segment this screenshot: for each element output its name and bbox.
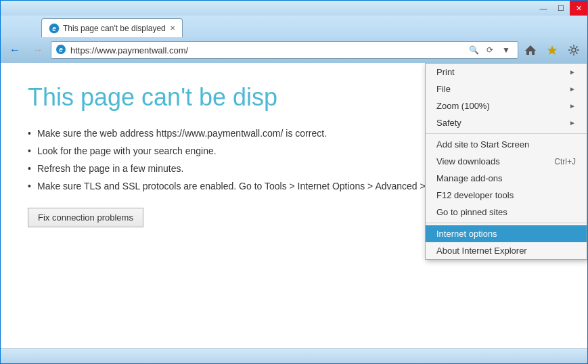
menu-item-safety-arrow: ► [569, 119, 576, 127]
minimize-button[interactable]: — [535, 1, 552, 16]
context-menu: Print ► File ► Zoom (100%) ► Safety ► Ad… [425, 63, 587, 260]
window-controls: — ☐ ✕ [535, 1, 587, 16]
menu-item-add-site[interactable]: Add site to Start Screen [426, 136, 587, 153]
tab-close-button[interactable]: ✕ [170, 24, 175, 32]
menu-item-manage-addons-label: Manage add-ons [436, 173, 576, 183]
menu-item-about-ie-label: About Internet Explorer [436, 246, 576, 256]
menu-item-file-arrow: ► [569, 85, 576, 93]
search-in-address-button[interactable]: 🔍 [466, 43, 481, 58]
browser-tab-active[interactable]: e This page can't be displayed ✕ [41, 18, 183, 37]
tools-button[interactable] [564, 41, 583, 60]
svg-marker-5 [547, 45, 557, 55]
menu-item-safety-label: Safety [436, 118, 569, 128]
tools-gear-icon [568, 44, 580, 56]
home-button[interactable] [521, 41, 540, 60]
menu-separator-2 [426, 223, 587, 223]
home-icon [524, 44, 537, 56]
svg-point-6 [572, 48, 576, 52]
fix-connection-button[interactable]: Fix connection problems [28, 208, 143, 227]
menu-item-print[interactable]: Print ► [426, 64, 587, 81]
ie-tab-icon: e [49, 23, 60, 34]
browser-window: — ☐ ✕ e This page can't be displayed ✕ ←… [0, 0, 588, 364]
menu-item-pinned-sites[interactable]: Go to pinned sites [426, 204, 587, 221]
address-bar-container: e https://www.paymentwall.com/ 🔍 ⟳ ▼ [51, 41, 518, 59]
ie-address-icon: e [55, 44, 66, 57]
close-button[interactable]: ✕ [570, 1, 587, 16]
menu-item-safety[interactable]: Safety ► [426, 114, 587, 131]
menu-item-print-arrow: ► [569, 68, 576, 76]
address-dropdown-button[interactable]: ▼ [499, 43, 514, 58]
menu-item-zoom[interactable]: Zoom (100%) ► [426, 97, 587, 114]
favorites-button[interactable] [543, 41, 562, 60]
svg-marker-4 [525, 45, 536, 55]
menu-item-file[interactable]: File ► [426, 81, 587, 97]
menu-item-pinned-sites-label: Go to pinned sites [436, 207, 576, 217]
forward-button[interactable]: → [28, 41, 48, 60]
status-bar [1, 348, 587, 363]
title-bar: — ☐ ✕ [1, 1, 587, 16]
url-display: https://www.paymentwall.com/ [70, 45, 466, 55]
menu-item-file-label: File [436, 84, 569, 94]
svg-text:e: e [52, 25, 56, 32]
menu-item-zoom-label: Zoom (100%) [436, 101, 569, 111]
svg-text:e: e [59, 46, 63, 53]
menu-item-internet-options-label: Internet options [436, 229, 576, 239]
menu-item-zoom-arrow: ► [569, 102, 576, 110]
menu-item-f12-tools-label: F12 developer tools [436, 190, 576, 200]
menu-item-manage-addons[interactable]: Manage add-ons [426, 170, 587, 187]
navigation-area: e This page can't be displayed ✕ ← → e h… [1, 16, 587, 63]
tab-label: This page can't be displayed [63, 24, 166, 33]
menu-separator-1 [426, 133, 587, 134]
maximize-button[interactable]: ☐ [552, 1, 570, 16]
menu-item-view-downloads[interactable]: View downloads Ctrl+J [426, 153, 587, 170]
favorites-star-icon [546, 44, 558, 56]
back-button[interactable]: ← [5, 41, 25, 60]
tabs-row: e This page can't be displayed ✕ [1, 16, 587, 37]
menu-item-f12-tools[interactable]: F12 developer tools [426, 187, 587, 204]
menu-item-print-label: Print [436, 67, 569, 77]
menu-item-view-downloads-shortcut: Ctrl+J [554, 157, 576, 166]
menu-item-add-site-label: Add site to Start Screen [436, 139, 576, 150]
refresh-button[interactable]: ⟳ [482, 43, 497, 58]
toolbar-right [521, 41, 583, 60]
content-area: This page can't be disp Make sure the we… [1, 63, 587, 348]
menu-item-about-ie[interactable]: About Internet Explorer [426, 242, 587, 259]
address-actions: 🔍 ⟳ ▼ [466, 43, 514, 58]
menu-item-view-downloads-label: View downloads [436, 156, 541, 166]
menu-item-internet-options[interactable]: Internet options [426, 225, 587, 242]
address-row: ← → e https://www.paymentwall.com/ 🔍 ⟳ ▼ [1, 37, 587, 63]
